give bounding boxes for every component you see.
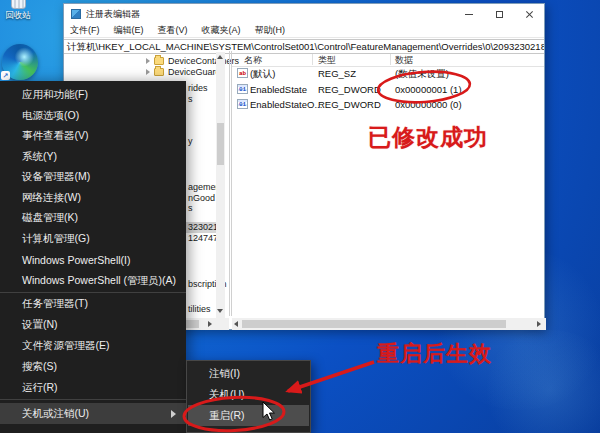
menu-item-label: 设置(N) (22, 318, 58, 332)
value-data: (数值未设置) (395, 68, 449, 81)
tree-fragment[interactable]: y (188, 136, 193, 147)
menu-item-system[interactable]: 系统(Y) (0, 147, 186, 168)
shutdown-submenu: 注销(I) 关机(U) 重启(R) (186, 360, 311, 433)
list-hscrollbar-thumb[interactable] (242, 320, 506, 328)
submenu-item-label: 注销(I) (209, 367, 240, 381)
menu-item-network-connections[interactable]: 网络连接(W) (0, 188, 186, 209)
tree-fragment[interactable]: s (188, 203, 193, 214)
menu-item-label: 搜索(S) (22, 360, 57, 374)
menu-item-event-viewer[interactable]: 事件查看器(V) (0, 126, 186, 147)
submenu-item-label: 重启(R) (209, 409, 245, 423)
menu-item-disk-management[interactable]: 磁盘管理(K) (0, 208, 186, 229)
table-row-default[interactable]: ab (默认) REG_SZ (数值未设置) (232, 66, 546, 81)
menu-item-label: 关机或注销(U) (22, 407, 89, 421)
minimize-button[interactable] (454, 4, 484, 24)
menu-separator (0, 292, 186, 293)
value-name: EnabledState (250, 84, 307, 95)
folder-icon (154, 68, 164, 76)
close-icon (525, 10, 534, 19)
value-data: 0x00000001 (1) (395, 84, 462, 95)
scroll-right-icon[interactable] (208, 321, 212, 327)
menu-item-shutdown-or-signout[interactable]: 关机或注销(U) (0, 403, 186, 424)
value-data: 0x00000000 (0) (395, 99, 462, 110)
title-bar[interactable]: 注册表编辑器 (64, 4, 544, 24)
menu-item-label: 磁盘管理(K) (22, 211, 78, 225)
menu-item-device-manager[interactable]: 设备管理器(M) (0, 167, 186, 188)
submenu-item-label: 关机(U) (209, 388, 245, 402)
recycle-bin-label: 回收站 (2, 10, 34, 22)
tree-item-label: DeviceGuard (168, 67, 221, 77)
menu-item-file-explorer[interactable]: 文件资源管理器(E) (0, 336, 186, 357)
value-type: REG_DWORD (318, 99, 381, 110)
desktop-watermark (480, 330, 600, 433)
scroll-left-icon[interactable] (234, 321, 238, 327)
menu-view[interactable]: 查看(V) (158, 24, 188, 37)
tree-item-deviceguard[interactable]: DeviceGuard (146, 66, 221, 77)
dword-value-icon: 01 (237, 84, 248, 94)
menu-item-label: 任务管理器(T) (22, 297, 88, 311)
menu-item-settings[interactable]: 设置(N) (0, 315, 186, 336)
submenu-item-restart[interactable]: 重启(R) (188, 405, 309, 426)
submenu-item-shut-down[interactable]: 关机(U) (188, 384, 309, 405)
menu-item-label: 文件资源管理器(E) (22, 339, 110, 353)
maximize-icon (496, 11, 503, 18)
annotation-modified-success: 已修改成功 (368, 122, 488, 153)
menu-file[interactable]: 文件(F) (70, 24, 100, 37)
value-name: EnabledStateO... (250, 99, 322, 110)
tree-fragment[interactable]: rides (188, 83, 208, 94)
menu-item-label: 设备管理器(M) (22, 170, 90, 184)
table-row-enabledstateoptions[interactable]: 01 EnabledStateO... REG_DWORD 0x00000000… (232, 97, 546, 112)
string-value-icon: ab (237, 68, 248, 78)
maximize-button[interactable] (484, 4, 514, 24)
menu-item-label: Windows PowerShell(I) (22, 254, 131, 266)
menu-item-label: 应用和功能(F) (22, 88, 88, 102)
tree-scrollbar-thumb[interactable] (217, 123, 224, 165)
menu-item-powershell-admin[interactable]: Windows PowerShell (管理员)(A) (0, 271, 186, 292)
tree-scrollbar[interactable] (216, 52, 225, 318)
recycle-bin-shortcut[interactable]: 回收站 (2, 0, 34, 22)
tree-item-devicecontainers[interactable]: DeviceContainers (146, 55, 239, 66)
menu-item-task-manager[interactable]: 任务管理器(T) (0, 294, 186, 315)
folder-icon (154, 57, 164, 65)
tree-fragment[interactable]: s (188, 94, 193, 105)
table-row-enabledstate[interactable]: 01 EnabledState REG_DWORD 0x00000001 (1) (232, 82, 546, 97)
menu-item-label: 运行(R) (22, 381, 58, 395)
menu-item-label: 计算机管理(G) (22, 232, 90, 246)
chevron-right-icon (146, 69, 150, 75)
menu-item-computer-management[interactable]: 计算机管理(G) (0, 229, 186, 250)
menu-edit[interactable]: 编辑(E) (114, 24, 144, 37)
value-type: REG_DWORD (318, 84, 381, 95)
submenu-item-sign-out[interactable]: 注销(I) (188, 363, 309, 384)
menu-favorites[interactable]: 收藏夹(A) (202, 24, 241, 37)
recycle-bin-icon (11, 0, 26, 9)
tree-fragment[interactable]: tilities (188, 304, 211, 315)
registry-icon (71, 9, 81, 19)
menu-separator (0, 399, 186, 400)
annotation-restart-effect: 重启后生效 (377, 339, 492, 369)
menu-item-label: 网络连接(W) (22, 191, 81, 205)
value-name: (默认) (250, 68, 275, 81)
menu-item-label: 事件查看器(V) (22, 129, 89, 143)
winx-context-menu: 应用和功能(F) 电源选项(O) 事件查看器(V) 系统(Y) 设备管理器(M)… (0, 81, 186, 433)
scroll-up-icon[interactable] (217, 55, 223, 59)
close-button[interactable] (514, 4, 544, 24)
value-type: REG_SZ (318, 68, 356, 79)
desktop: 回收站 ↗ 注册表编辑器 文件(F) 编辑(E) 查看(V) 收藏夹(A) 帮助… (0, 0, 600, 433)
menu-bar: 文件(F) 编辑(E) 查看(V) 收藏夹(A) 帮助(H) (64, 24, 544, 38)
dword-value-icon: 01 (237, 99, 248, 109)
menu-item-power-options[interactable]: 电源选项(O) (0, 106, 186, 127)
menu-help[interactable]: 帮助(H) (255, 24, 286, 37)
menu-item-search[interactable]: 搜索(S) (0, 357, 186, 378)
submenu-chevron-icon (171, 410, 176, 418)
menu-item-run[interactable]: 运行(R) (0, 378, 186, 399)
shortcut-arrow-icon: ↗ (1, 71, 10, 80)
menu-item-powershell[interactable]: Windows PowerShell(I) (0, 250, 186, 271)
menu-item-apps-and-features[interactable]: 应用和功能(F) (0, 85, 186, 106)
scrollbar-corner (216, 318, 229, 330)
menu-item-label: 电源选项(O) (22, 109, 79, 123)
list-header: 名称 类型 数据 (232, 52, 544, 67)
menu-item-label: Windows PowerShell (管理员)(A) (22, 274, 176, 288)
tree-fragment[interactable]: 124747 (188, 233, 218, 244)
scroll-right-icon[interactable] (537, 321, 541, 327)
scroll-down-icon[interactable] (217, 309, 223, 313)
